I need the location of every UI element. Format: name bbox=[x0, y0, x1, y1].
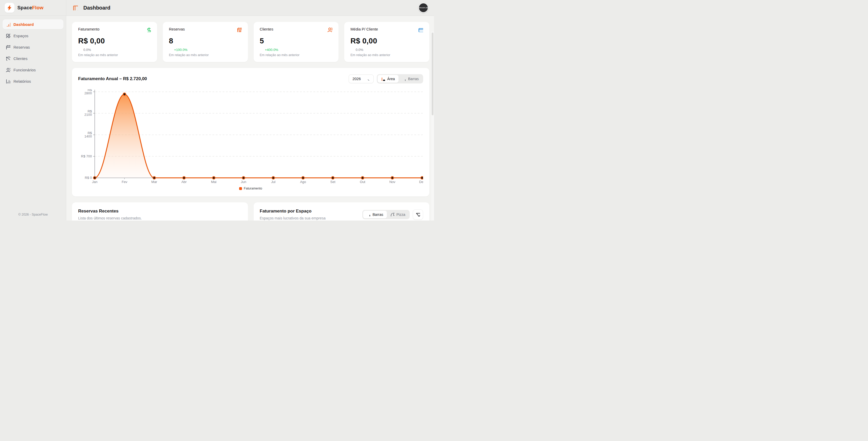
svg-text:Fev: Fev bbox=[122, 180, 127, 184]
stat-title: Média P/ Cliente bbox=[350, 27, 378, 31]
stat-value: 5 bbox=[260, 37, 333, 45]
space-view-toggle: Barras Pizza bbox=[362, 210, 410, 219]
svg-text:Dez: Dez bbox=[419, 180, 423, 184]
sidebar-item-label: Clientes bbox=[13, 56, 27, 61]
sidebar-nav: Dashboard Espaços Reservas Clientes Func… bbox=[0, 16, 66, 209]
stat-delta-value: +100.0% bbox=[174, 48, 188, 52]
minus-icon bbox=[78, 48, 82, 52]
stat-title: Clientes bbox=[260, 27, 273, 31]
card-subtitle: Lista dos últimos reservas cadastrados. bbox=[78, 216, 242, 220]
user-avatar[interactable]: SPACEFLOW bbox=[418, 3, 428, 13]
sidebar-item-label: Funcionários bbox=[13, 68, 36, 72]
stat-value: 8 bbox=[169, 37, 242, 45]
sidebar-item-reservas[interactable]: Reservas bbox=[3, 42, 63, 52]
area-view-label: Área bbox=[387, 77, 395, 81]
svg-text:Set: Set bbox=[330, 180, 335, 184]
app-window: SpaceFlow Dashboard Espaços Reservas Cli… bbox=[0, 0, 434, 220]
pie-view-button[interactable]: Pizza bbox=[387, 211, 409, 218]
svg-text:Abr: Abr bbox=[181, 180, 187, 184]
sidebar-item-label: Relatórios bbox=[13, 79, 31, 83]
chevron-down-icon bbox=[367, 77, 370, 81]
sidebar-item-dashboard[interactable]: Dashboard bbox=[3, 20, 63, 29]
svg-text:Nov: Nov bbox=[389, 180, 396, 184]
panel-left-icon bbox=[73, 5, 78, 10]
area-chart-icon bbox=[381, 77, 385, 81]
stat-note: Em relação ao mês anterior bbox=[260, 53, 333, 57]
sidebar-toggle-button[interactable] bbox=[72, 4, 79, 11]
svg-text:2100: 2100 bbox=[84, 113, 92, 116]
layout-grid-icon bbox=[6, 33, 10, 38]
svg-text:Ago: Ago bbox=[300, 180, 306, 184]
stat-delta: 0.0% bbox=[350, 48, 423, 52]
sidebar-item-relatorios[interactable]: Relatórios bbox=[3, 76, 63, 86]
svg-text:R$ 0: R$ 0 bbox=[85, 176, 92, 180]
stat-title: Faturamento bbox=[78, 27, 99, 31]
pie-chart-icon bbox=[391, 212, 394, 216]
credit-card-icon bbox=[418, 27, 423, 33]
sidebar-footer: © 2026 - SpaceFlow bbox=[0, 209, 66, 220]
content-area: Faturamento R$ 0,00 0.0% Em relação ao m… bbox=[66, 16, 434, 220]
sidebar-item-clientes[interactable]: Clientes bbox=[3, 54, 63, 63]
bars-view-button[interactable]: Barras bbox=[363, 211, 387, 218]
svg-text:Jul: Jul bbox=[271, 180, 276, 184]
stat-value: R$ 0,00 bbox=[78, 37, 151, 45]
card-title: Faturamento por Espaço bbox=[260, 209, 326, 214]
stat-card-faturamento: Faturamento R$ 0,00 0.0% Em relação ao m… bbox=[72, 22, 157, 62]
card-title: Reservas Recentes bbox=[78, 209, 242, 214]
stats-row: Faturamento R$ 0,00 0.0% Em relação ao m… bbox=[72, 22, 429, 62]
sidebar-item-espacos[interactable]: Espaços bbox=[3, 31, 63, 41]
bar-chart-icon bbox=[6, 22, 10, 27]
stat-card-reservas: Reservas 8 +100.0% Em relação ao mês ant… bbox=[163, 22, 248, 62]
sidebar-item-funcionarios[interactable]: Funcionários bbox=[3, 65, 63, 75]
revenue-by-space-card: Faturamento por Espaço Espaços mais lucr… bbox=[254, 202, 430, 220]
scrollbar-thumb[interactable] bbox=[432, 33, 433, 115]
svg-text:2800: 2800 bbox=[84, 91, 92, 95]
top-header: Dashboard SPACEFLOW bbox=[66, 0, 434, 16]
brand-name-primary: Space bbox=[17, 5, 32, 10]
year-select[interactable]: 2026 bbox=[349, 74, 374, 83]
stat-card-media-cliente: Média P/ Cliente R$ 0,00 0.0% Em relação… bbox=[344, 22, 429, 62]
calendar-icon bbox=[6, 45, 10, 49]
svg-text:Mar: Mar bbox=[151, 180, 157, 184]
stat-delta-value: +400.0% bbox=[265, 48, 278, 52]
trending-up-icon bbox=[169, 48, 173, 52]
pie-view-label: Pizza bbox=[397, 212, 405, 216]
stat-note: Em relação ao mês anterior bbox=[350, 53, 423, 57]
stat-note: Em relação ao mês anterior bbox=[78, 53, 151, 57]
legend-swatch bbox=[239, 187, 242, 190]
minus-icon bbox=[350, 48, 354, 52]
chart-view-toggle: Área Barras bbox=[377, 74, 423, 83]
sidebar-item-label: Dashboard bbox=[13, 22, 34, 27]
bars-view-label: Barras bbox=[408, 77, 419, 81]
stat-value: R$ 0,00 bbox=[350, 37, 423, 45]
stat-note: Em relação ao mês anterior bbox=[169, 53, 242, 57]
chart-legend: Faturamento bbox=[78, 186, 423, 190]
filter-button[interactable] bbox=[413, 209, 423, 220]
avatar-label: SPACEFLOW bbox=[418, 7, 428, 8]
bars-view-button[interactable]: Barras bbox=[399, 75, 422, 83]
recent-reservations-card: Reservas Recentes Lista dos últimos rese… bbox=[72, 202, 248, 220]
page-title: Dashboard bbox=[83, 5, 110, 11]
svg-text:Out: Out bbox=[360, 180, 365, 184]
calendar-icon bbox=[237, 27, 242, 33]
stat-delta-value: 0.0% bbox=[355, 48, 363, 52]
stat-delta: +100.0% bbox=[169, 48, 242, 52]
svg-text:R$ 700: R$ 700 bbox=[81, 154, 92, 158]
brand-name-secondary: Flow bbox=[32, 5, 43, 10]
brand-name: SpaceFlow bbox=[17, 5, 43, 10]
area-view-button[interactable]: Área bbox=[378, 75, 399, 83]
stat-delta-value: 0.0% bbox=[83, 48, 91, 52]
bar-chart-icon bbox=[402, 77, 406, 81]
svg-text:Jun: Jun bbox=[241, 180, 246, 184]
scrollbar[interactable] bbox=[431, 32, 434, 220]
bars-view-label: Barras bbox=[373, 212, 383, 216]
sidebar-item-label: Espaços bbox=[13, 34, 28, 38]
trending-up-icon bbox=[260, 48, 264, 52]
stat-card-clientes: Clientes 5 +400.0% Em relação ao mês ant… bbox=[254, 22, 339, 62]
funnel-icon bbox=[416, 212, 420, 216]
report-chart-icon bbox=[6, 79, 10, 83]
sidebar: SpaceFlow Dashboard Espaços Reservas Cli… bbox=[0, 0, 66, 220]
users-icon bbox=[6, 67, 10, 72]
sidebar-item-label: Reservas bbox=[13, 45, 30, 49]
svg-text:1400: 1400 bbox=[84, 134, 92, 138]
